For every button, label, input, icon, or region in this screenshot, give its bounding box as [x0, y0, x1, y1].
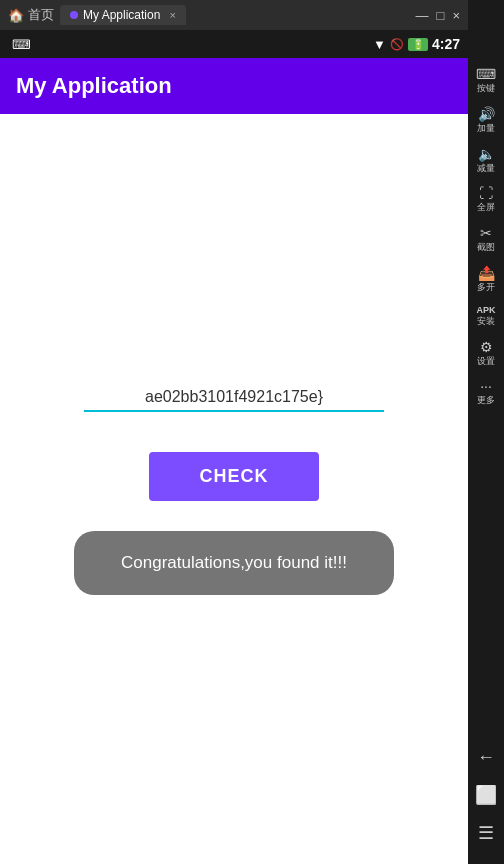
toolbar-volume-up[interactable]: 🔊 加量 [468, 100, 504, 140]
tab-label: My Application [83, 8, 160, 22]
toolbar-more-icon: ··· [480, 378, 492, 394]
recents-button[interactable]: ☰ [478, 822, 494, 844]
uuid-input[interactable] [84, 384, 384, 412]
toolbar-screenshot-icon: ✂ [480, 225, 492, 241]
toolbar-screenshot-label: 截图 [477, 242, 495, 253]
congratulations-text: Congratulations,you found it!!! [121, 553, 347, 572]
app-content: CHECK Congratulations,you found it!!! [0, 114, 468, 864]
emulator-area: 🏠 首页 My Application × — □ × ⌨ ▼ 🚫 🔋 4:27… [0, 0, 468, 864]
toolbar-settings-label: 设置 [477, 356, 495, 367]
clock: 4:27 [432, 36, 460, 52]
tab-dot [70, 11, 78, 19]
toolbar-fullscreen-icon: ⛶ [479, 185, 493, 201]
window-controls: — □ × [416, 8, 460, 23]
check-button[interactable]: CHECK [149, 452, 318, 501]
toolbar-volume-up-icon: 🔊 [478, 106, 495, 122]
toolbar-settings-icon: ⚙ [480, 339, 493, 355]
home-button[interactable]: ⬜ [475, 784, 497, 806]
toolbar-install[interactable]: APK 安装 [468, 299, 504, 333]
toolbar-volume-down-icon: 🔈 [478, 146, 495, 162]
browser-tab[interactable]: My Application × [60, 5, 186, 25]
minimize-icon[interactable]: — [416, 8, 429, 23]
battery-icon: 🔋 [408, 38, 428, 51]
keyboard-icon: ⌨ [12, 37, 31, 52]
toolbar-fullscreen-label: 全屏 [477, 202, 495, 213]
home-icon: 🏠 [8, 8, 24, 23]
back-button[interactable]: ← [477, 747, 495, 768]
status-bar: ⌨ ▼ 🚫 🔋 4:27 [0, 30, 468, 58]
toolbar-settings[interactable]: ⚙ 设置 [468, 333, 504, 373]
toolbar-install-label: 安装 [477, 316, 495, 327]
toolbar-multiopen-label: 多开 [477, 282, 495, 293]
toolbar-fullscreen[interactable]: ⛶ 全屏 [468, 179, 504, 219]
toolbar-volume-up-label: 加量 [477, 123, 495, 134]
toolbar-volume-down-label: 减量 [477, 163, 495, 174]
toolbar-install-icon: APK [476, 305, 495, 315]
toolbar-more-label: 更多 [477, 395, 495, 406]
toolbar-more[interactable]: ··· 更多 [468, 372, 504, 412]
toolbar-screenshot[interactable]: ✂ 截图 [468, 219, 504, 259]
tab-close-button[interactable]: × [169, 9, 175, 21]
toolbar-multiopen[interactable]: 📤 多开 [468, 259, 504, 299]
toolbar-keyboard[interactable]: ⌨ 按键 [468, 60, 504, 100]
toolbar-volume-down[interactable]: 🔈 减量 [468, 140, 504, 180]
nav-buttons: ← ⬜ ☰ [475, 747, 497, 864]
uuid-input-area [20, 384, 448, 412]
close-window-icon[interactable]: × [452, 8, 460, 23]
home-label: 首页 [28, 6, 54, 24]
status-right: ▼ 🚫 🔋 4:27 [373, 36, 460, 52]
side-toolbar: ⌨ 按键 🔊 加量 🔈 减量 ⛶ 全屏 ✂ 截图 📤 多开 APK 安装 ⚙ 设… [468, 0, 504, 864]
wifi-icon: ▼ [373, 37, 386, 52]
app-header: My Application [0, 58, 468, 114]
maximize-icon[interactable]: □ [437, 8, 445, 23]
toolbar-keyboard-icon: ⌨ [476, 66, 496, 82]
signal-icon: 🚫 [390, 38, 404, 51]
toolbar-keyboard-label: 按键 [477, 83, 495, 94]
app-title: My Application [16, 73, 172, 99]
home-tab[interactable]: 🏠 首页 [8, 6, 54, 24]
browser-bar: 🏠 首页 My Application × — □ × [0, 0, 468, 30]
congratulations-box: Congratulations,you found it!!! [74, 531, 394, 595]
toolbar-multiopen-icon: 📤 [478, 265, 495, 281]
status-left: ⌨ [12, 37, 31, 52]
